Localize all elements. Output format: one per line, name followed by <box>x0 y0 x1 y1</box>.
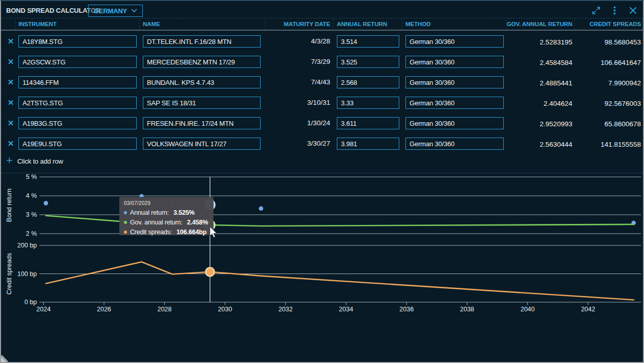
svg-text:2026: 2026 <box>97 306 111 313</box>
bond-return-and-credit-spreads-chart[interactable]: 5 %4 %3 %2 %Bond return200 bp100 bp0 bpC… <box>1 1 644 363</box>
svg-text:0 bp: 0 bp <box>25 299 37 306</box>
svg-text:2042: 2042 <box>581 306 595 313</box>
svg-text:5 %: 5 % <box>26 173 37 180</box>
tooltip-date: 03/07/2029 <box>124 200 208 206</box>
svg-text:2024: 2024 <box>36 306 51 313</box>
svg-text:2038: 2038 <box>460 306 474 313</box>
svg-text:2028: 2028 <box>157 306 171 313</box>
series-dot-icon <box>124 221 127 224</box>
series-dot-icon <box>124 211 127 214</box>
svg-text:Bond return: Bond return <box>6 189 13 222</box>
svg-text:2040: 2040 <box>521 306 535 313</box>
svg-text:2030: 2030 <box>218 306 232 313</box>
tooltip-row: Annual return:3.525% <box>124 208 208 217</box>
svg-text:100 bp: 100 bp <box>17 270 37 278</box>
svg-text:2032: 2032 <box>278 306 293 313</box>
svg-text:200 bp: 200 bp <box>17 242 37 249</box>
svg-text:2 %: 2 % <box>26 230 37 237</box>
tooltip-row: Credit spreads:106.664bp <box>124 227 208 237</box>
svg-text:4 %: 4 % <box>26 192 37 199</box>
svg-text:2034: 2034 <box>339 306 353 313</box>
svg-text:Credit spreads: Credit spreads <box>6 253 13 294</box>
tooltip-row: Gov. annual return:2.458% <box>124 217 208 227</box>
resize-grip[interactable] <box>0 355 8 363</box>
series-dot-icon <box>124 231 127 234</box>
svg-text:3 %: 3 % <box>26 211 37 218</box>
bond-spread-calculator-window: BOND SPREAD CALCULATOR GERMANY <box>0 0 644 363</box>
svg-text:2036: 2036 <box>399 306 414 313</box>
chart-tooltip: 03/07/2029 Annual return:3.525%Gov. annu… <box>119 197 213 235</box>
